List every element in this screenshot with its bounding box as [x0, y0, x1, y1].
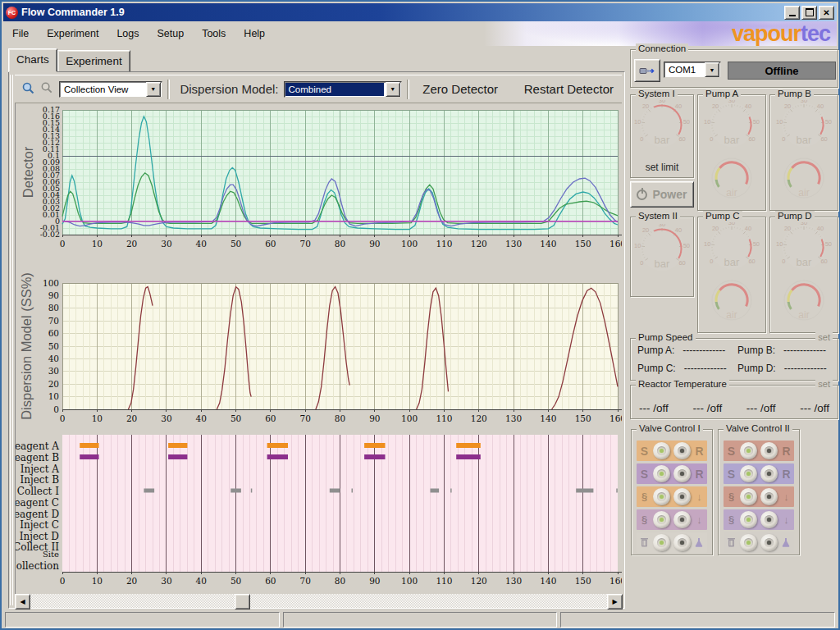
svg-text:110: 110: [436, 413, 452, 422]
svg-text:130: 130: [505, 413, 522, 422]
valve-s-port-label: S: [640, 468, 649, 481]
pump-d-speed-value: -------------: [784, 363, 827, 374]
svg-text:0: 0: [640, 135, 643, 143]
tab-charts[interactable]: Charts: [8, 48, 57, 72]
pump-speed-set-link[interactable]: set: [815, 332, 833, 342]
dispersion-model-label: Dispersion Model:: [180, 82, 278, 96]
svg-text:Inject B: Inject B: [21, 474, 60, 486]
valve-knob[interactable]: [760, 442, 778, 459]
zoom-out-icon[interactable]: [40, 81, 53, 97]
svg-text:90: 90: [369, 413, 380, 422]
svg-text:0: 0: [782, 258, 785, 265]
valve-row: §↓: [637, 509, 707, 530]
valve-knob[interactable]: [653, 534, 670, 551]
pump-speed-group: Pump Speed set Pump A:------------- Pump…: [630, 338, 838, 381]
valve-knob[interactable]: [760, 534, 778, 551]
valve-knob[interactable]: [653, 511, 670, 528]
coil-icon: §: [640, 491, 649, 503]
svg-text:60: 60: [748, 135, 755, 143]
valve-knob[interactable]: [653, 488, 670, 505]
chevron-down-icon[interactable]: ▼: [705, 62, 719, 77]
svg-text:30: 30: [161, 239, 171, 249]
svg-text:110: 110: [436, 239, 452, 249]
svg-text:120: 120: [471, 239, 487, 249]
svg-text:50: 50: [753, 240, 760, 248]
valve-knob[interactable]: [740, 465, 757, 482]
menu-item-logs[interactable]: Logs: [107, 25, 148, 42]
zoom-in-icon[interactable]: [21, 81, 35, 98]
valve-knob[interactable]: [673, 511, 691, 528]
power-icon: [637, 189, 647, 200]
minimize-button[interactable]: [784, 6, 800, 20]
pump-a-speed-value: -------------: [682, 345, 725, 356]
svg-text:10: 10: [634, 242, 641, 249]
restart-detector-button[interactable]: Restart Detector: [516, 79, 622, 99]
com-port-select[interactable]: COM1 ▼: [664, 62, 721, 78]
svg-text:80: 80: [335, 576, 345, 586]
menu-item-tools[interactable]: Tools: [193, 25, 235, 42]
valve-knob[interactable]: [760, 488, 778, 505]
tab-experiment[interactable]: Experiment: [57, 50, 130, 72]
svg-text:air: air: [726, 187, 737, 199]
valve-knob[interactable]: [673, 442, 691, 459]
dispersion-model-select[interactable]: Combined ▼: [284, 81, 402, 98]
valve-knob[interactable]: [673, 534, 691, 551]
svg-text:50: 50: [825, 118, 832, 126]
power-button[interactable]: Power: [630, 181, 694, 208]
valve-knob[interactable]: [673, 488, 691, 505]
svg-text:10: 10: [92, 413, 103, 422]
dispersion-chart: 0102030405060708090100010203040506070809…: [16, 262, 623, 422]
menu-item-file[interactable]: File: [3, 25, 38, 42]
valve-knob[interactable]: [653, 442, 670, 459]
reactor-temperature-set-link[interactable]: set: [815, 379, 833, 389]
valve-knob[interactable]: [740, 442, 757, 459]
pump-b-speed-label: Pump B:: [737, 345, 775, 356]
valve-row: §↓: [637, 486, 707, 507]
scrollbar-thumb[interactable]: [235, 594, 250, 609]
horizontal-scrollbar[interactable]: ◀ ▶: [15, 594, 623, 608]
pump-c-group: Pump C 0102030405060bar air: [697, 217, 766, 333]
scroll-left-arrow-icon[interactable]: ◀: [15, 594, 30, 609]
svg-text:120: 120: [471, 576, 487, 586]
valve-knob[interactable]: [653, 465, 670, 482]
valve-knob[interactable]: [760, 511, 778, 528]
svg-text:bar: bar: [724, 134, 740, 146]
timeline-chart: Reagent AReagent BInject AInject BCollec…: [16, 428, 623, 590]
svg-text:Dispersion Model (SS%): Dispersion Model (SS%): [19, 272, 34, 420]
maximize-button[interactable]: [801, 6, 817, 20]
reactor-temperature-group: Reactor Temperature set --- /off --- /of…: [630, 385, 838, 419]
chevron-down-icon[interactable]: ▼: [146, 82, 161, 97]
waste-icon: [640, 536, 649, 550]
system2-group: System II 0102030405060bar: [630, 217, 694, 297]
valve-r-port-label: R: [695, 468, 704, 481]
valve-knob[interactable]: [740, 488, 757, 505]
menu-item-experiment[interactable]: Experiment: [38, 25, 107, 42]
svg-text:70: 70: [300, 576, 311, 586]
reactor2-temp-value: --- /off: [692, 402, 722, 414]
svg-text:10: 10: [704, 118, 710, 126]
collect-flask-icon: [695, 536, 704, 550]
system2-title: System II: [636, 211, 680, 221]
close-button[interactable]: ✕: [819, 6, 834, 20]
view-select[interactable]: Collection View ▼: [59, 81, 162, 98]
svg-text:40: 40: [675, 226, 682, 234]
pump-d-pressure-gauge: 0102030405060bar: [770, 222, 838, 275]
chevron-down-icon[interactable]: ▼: [386, 82, 400, 97]
svg-text:0: 0: [53, 404, 59, 414]
valve-knob[interactable]: [740, 534, 757, 551]
svg-text:30: 30: [161, 413, 171, 422]
valve-control-2-title: Valve Control II: [724, 423, 792, 433]
valve-knob[interactable]: [673, 465, 691, 482]
svg-text:20: 20: [126, 576, 137, 586]
scroll-right-arrow-icon[interactable]: ▶: [607, 594, 623, 609]
zero-detector-button[interactable]: Zero Detector: [414, 79, 506, 99]
svg-text:50: 50: [683, 242, 690, 249]
connect-button[interactable]: [634, 59, 660, 82]
valve-knob[interactable]: [740, 511, 757, 528]
menu-item-setup[interactable]: Setup: [148, 25, 194, 42]
svg-text:60: 60: [265, 239, 276, 249]
view-select-value: Collection View: [61, 83, 144, 96]
connect-icon: [639, 64, 655, 77]
valve-knob[interactable]: [760, 465, 778, 482]
menu-item-help[interactable]: Help: [235, 25, 274, 42]
